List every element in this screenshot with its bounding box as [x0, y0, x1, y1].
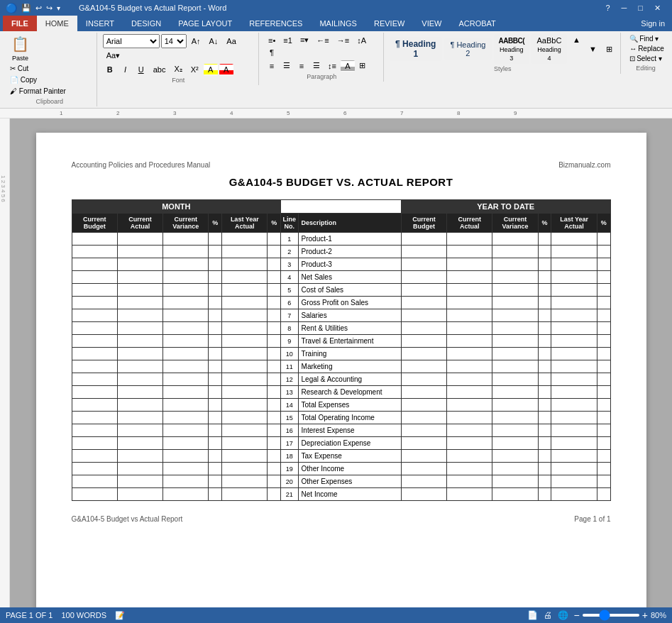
col-ytd-budget: CurrentBudget [401, 214, 446, 233]
show-marks-button[interactable]: ¶ [265, 47, 279, 58]
tab-mailings[interactable]: MAILINGS [311, 16, 365, 31]
month-data-cell [268, 322, 281, 335]
tab-review[interactable]: REVIEW [365, 16, 413, 31]
zoom-in-button[interactable]: + [642, 610, 648, 621]
format-painter-button[interactable]: 🖌 Format Painter [7, 86, 69, 97]
spell-check-icon[interactable]: 📝 [115, 611, 125, 620]
month-data-cell [163, 488, 209, 501]
tab-home[interactable]: HOME [37, 16, 77, 31]
superscript-button[interactable]: X² [187, 64, 202, 75]
zoom-out-button[interactable]: − [574, 610, 580, 621]
budget-report-table: MONTH YEAR TO DATE CurrentBudget Current… [72, 199, 611, 501]
tab-page-layout[interactable]: PAGE LAYOUT [170, 16, 241, 31]
tab-insert[interactable]: INSERT [77, 16, 123, 31]
heading1-style-button[interactable]: ¶ Heading 1 [390, 37, 442, 61]
ytd-data-cell [492, 450, 538, 463]
font-family-select[interactable]: ArialTimes New RomanCalibri [103, 34, 160, 48]
ytd-data-cell [551, 322, 597, 335]
ytd-data-cell [447, 271, 492, 284]
replace-button[interactable]: ↔ Replace [627, 44, 665, 53]
subscript-button[interactable]: X₂ [170, 63, 185, 75]
ytd-data-cell [538, 233, 551, 246]
ytd-data-cell [538, 373, 551, 386]
ytd-data-cell [597, 463, 610, 475]
quick-undo-icon[interactable]: ↩ [35, 4, 42, 13]
month-data-cell [163, 475, 209, 488]
month-data-cell [268, 246, 281, 258]
ytd-data-cell [597, 412, 610, 424]
find-button[interactable]: 🔍 Find ▾ [627, 34, 665, 43]
tab-references[interactable]: REFERENCES [241, 16, 311, 31]
styles-scroll-up[interactable]: ▲ [569, 34, 583, 45]
month-data-cell [222, 373, 268, 386]
copy-button[interactable]: 📄 Copy [7, 75, 69, 85]
month-data-cell [117, 424, 163, 437]
quick-save-icon[interactable]: 💾 [21, 4, 31, 13]
footer-left: G&A104-5 Budget vs Actual Report [72, 515, 183, 523]
heading2-style-button[interactable]: ¶ Heading 2 [444, 38, 492, 60]
clipboard-group: 📋 Paste ✂ Cut 📄 Copy 🖌 Format Painter Cl… [3, 33, 97, 106]
numbering-button[interactable]: ≡1 [280, 35, 296, 46]
strikethrough-button[interactable]: abc [150, 64, 170, 75]
maximize-btn[interactable]: □ [632, 4, 649, 13]
read-mode-button[interactable]: 📄 [527, 610, 538, 620]
align-right-button[interactable]: ≡ [294, 60, 309, 72]
minimize-btn[interactable]: ─ [616, 4, 633, 13]
customize-icon[interactable]: ▾ [57, 4, 60, 12]
zoom-slider[interactable] [583, 614, 639, 617]
justify-button[interactable]: ☰ [309, 60, 324, 72]
ytd-data-cell [401, 373, 446, 386]
clear-format-button[interactable]: Aa [223, 35, 239, 47]
align-left-button[interactable]: ≡ [265, 60, 279, 72]
bullets-button[interactable]: ≡• [265, 35, 279, 46]
shading-button[interactable]: A [341, 60, 355, 72]
ytd-data-cell [538, 450, 551, 463]
heading3-style-button[interactable]: AABBC( Heading 3 [494, 34, 529, 64]
line-number: 14 [281, 399, 298, 412]
sort-button[interactable]: ↕A [353, 35, 370, 46]
page-footer: G&A104-5 Budget vs Actual Report Page 1 … [72, 515, 611, 523]
decrease-indent-button[interactable]: ←≡ [313, 35, 332, 46]
tab-file[interactable]: FILE [3, 16, 37, 31]
font-color-button[interactable]: A [219, 64, 233, 75]
page-header: Accounting Policies and Procedures Manua… [72, 161, 611, 169]
italic-button[interactable]: I [119, 64, 133, 75]
styles-scroll-down[interactable]: ▼ [585, 43, 600, 55]
text-highlight-button[interactable]: A [204, 64, 218, 75]
borders-button[interactable]: ⊞ [356, 60, 370, 72]
grow-font-button[interactable]: A↑ [188, 35, 204, 47]
paste-button[interactable]: 📋 [7, 34, 33, 54]
multilevel-button[interactable]: ≡▾ [297, 34, 312, 46]
select-button[interactable]: ⊡ Select ▾ [627, 54, 665, 63]
ytd-data-cell [551, 475, 597, 488]
bold-button[interactable]: B [103, 64, 117, 75]
ytd-data-cell [447, 360, 492, 373]
increase-indent-button[interactable]: →≡ [334, 35, 353, 46]
table-row: 8Rent & Utilities [72, 322, 610, 335]
web-layout-button[interactable]: 🌐 [558, 610, 568, 620]
quick-redo-icon[interactable]: ↪ [46, 4, 53, 13]
ytd-data-cell [447, 475, 492, 488]
change-case-button[interactable]: Aa▾ [103, 50, 123, 62]
cut-button[interactable]: ✂ Cut [7, 63, 69, 74]
line-spacing-button[interactable]: ↕≡ [324, 60, 340, 72]
help-btn[interactable]: ? [600, 4, 615, 13]
heading4-style-button[interactable]: AaBbC Heading 4 [531, 34, 567, 64]
tab-view[interactable]: VIEW [413, 16, 450, 31]
month-data-cell [72, 373, 117, 386]
sign-in-link[interactable]: Sign in [634, 16, 672, 31]
tab-acrobat[interactable]: ACROBAT [450, 16, 504, 31]
font-size-select[interactable]: 1410111216 [161, 34, 187, 48]
underline-button[interactable]: U [134, 64, 148, 75]
tab-design[interactable]: DESIGN [123, 16, 170, 31]
ytd-data-cell [447, 386, 492, 399]
close-btn[interactable]: ✕ [649, 4, 666, 13]
ytd-data-cell [447, 373, 492, 386]
align-center-button[interactable]: ☰ [280, 60, 294, 72]
print-layout-button[interactable]: 🖨 [544, 610, 552, 620]
ytd-data-cell [551, 424, 597, 437]
month-data-cell [268, 412, 281, 424]
styles-expand[interactable]: ⊞ [602, 43, 616, 55]
shrink-font-button[interactable]: A↓ [205, 35, 221, 47]
row-description: Net Sales [298, 271, 401, 284]
